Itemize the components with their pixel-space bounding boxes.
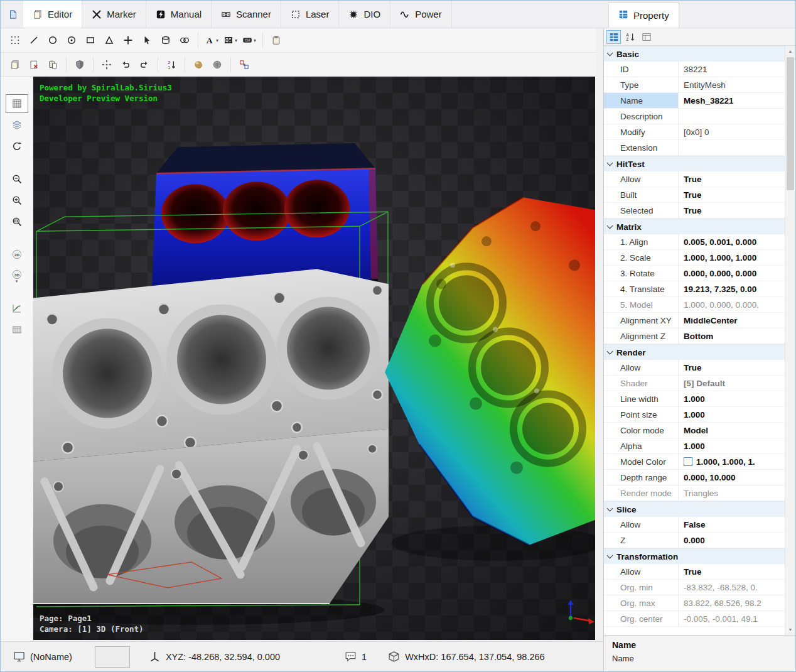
property-value-cell[interactable]: 0.000	[678, 533, 785, 548]
property-row-description[interactable]: Description	[604, 109, 785, 124]
scroll-up-arrow[interactable]: ▲	[785, 49, 795, 53]
copy-entity-button[interactable]	[6, 55, 24, 74]
alphabetical-sort-button[interactable]: AZ	[623, 30, 637, 44]
property-row-name[interactable]: NameMesh_38221	[604, 93, 785, 109]
redo-button[interactable]	[135, 55, 154, 74]
property-value-cell[interactable]: 1.000	[678, 407, 785, 422]
property-value-cell[interactable]: False	[678, 517, 785, 532]
property-category-transformation[interactable]: Transformation	[604, 548, 785, 564]
property-value-cell[interactable]: EntityMesh	[678, 77, 785, 92]
tab-power[interactable]: Power	[390, 1, 452, 28]
categorized-view-button[interactable]	[606, 30, 621, 44]
property-row-4-translate[interactable]: 4. Translate19.213, 7.325, 0.00	[604, 281, 785, 297]
property-row-org-min[interactable]: Org. min-83.832, -68.528, 0.	[604, 580, 785, 595]
slice-view-button[interactable]	[6, 320, 28, 339]
rotate-view-button[interactable]	[6, 137, 28, 156]
property-value-cell[interactable]: 1.000	[678, 391, 785, 406]
zoom-window-button[interactable]	[6, 212, 28, 231]
property-value-cell[interactable]	[678, 140, 785, 155]
scroll-down-arrow[interactable]: ▼	[785, 627, 795, 632]
property-category-matrix[interactable]: Matrix	[604, 219, 785, 234]
stamp-tool[interactable]: ▾	[221, 31, 240, 50]
property-row-type[interactable]: TypeEntityMesh	[604, 77, 785, 93]
select-tool[interactable]	[6, 31, 24, 50]
property-value-cell[interactable]: 1.000, 1.000, 1.	[678, 454, 785, 469]
tab-laser[interactable]: Laser	[281, 1, 340, 28]
tab-marker[interactable]: Marker	[82, 1, 146, 28]
position-tool[interactable]	[119, 31, 137, 50]
property-value-cell[interactable]: 38221	[678, 62, 785, 77]
property-row-built[interactable]: BuiltTrue	[604, 187, 785, 203]
view-2d-button[interactable]: 2D	[6, 245, 28, 264]
property-value-cell[interactable]: Model	[678, 423, 785, 438]
property-row-allow[interactable]: AllowTrue	[604, 360, 785, 376]
property-row-z[interactable]: Z0.000	[604, 533, 785, 548]
render-sphere-button[interactable]	[189, 55, 208, 74]
property-row-alignment-z[interactable]: Alignment ZBottom	[604, 328, 785, 344]
property-category-slice[interactable]: Slice	[604, 501, 785, 517]
tab-scanner[interactable]: Scanner	[212, 1, 281, 28]
property-row-alpha[interactable]: Alpha1.000	[604, 438, 785, 454]
origin-move-button[interactable]	[97, 55, 116, 74]
property-value-cell[interactable]: True	[678, 187, 785, 202]
cylinder-tool[interactable]	[156, 31, 175, 50]
model-color-swatch[interactable]	[684, 457, 692, 466]
property-value-cell[interactable]: [5] Default	[678, 376, 785, 391]
property-category-basic[interactable]: Basic	[604, 46, 785, 62]
tab-dio[interactable]: DIO	[339, 1, 390, 28]
property-value-cell[interactable]	[678, 109, 785, 124]
property-value-cell[interactable]: Mesh_38221	[678, 93, 785, 108]
ring-tool[interactable]	[175, 31, 194, 50]
property-row-line-width[interactable]: Line width1.000	[604, 391, 785, 407]
circle-tool[interactable]	[43, 31, 62, 50]
property-value-cell[interactable]: True	[678, 203, 785, 218]
transform-link-button[interactable]	[235, 55, 254, 74]
property-row-allow[interactable]: AllowFalse	[604, 517, 785, 533]
property-row-org-max[interactable]: Org. max83.822, 68.526, 98.2	[604, 595, 785, 611]
property-row-selected[interactable]: SelectedTrue	[604, 203, 785, 219]
property-row-shader[interactable]: Shader[5] Default	[604, 376, 785, 391]
property-row-2-scale[interactable]: 2. Scale1.000, 1.000, 1.000	[604, 250, 785, 266]
property-value-cell[interactable]: True	[678, 171, 785, 187]
control-tool[interactable]: Ctrl▾	[240, 31, 259, 50]
zoom-out-button[interactable]	[6, 170, 28, 188]
property-value-cell[interactable]: True	[678, 360, 785, 375]
property-row-alignment-xy[interactable]: Alignment XYMiddleCenter	[604, 313, 785, 328]
property-value-cell[interactable]: 83.822, 68.526, 98.2	[678, 595, 785, 610]
property-value-cell[interactable]: 0.005, 0.001, 0.000	[678, 234, 785, 249]
property-value-cell[interactable]: Triangles	[678, 485, 785, 501]
property-row-allow[interactable]: AllowTrue	[604, 564, 785, 580]
property-row-modify[interactable]: Modify[0x0] 0	[604, 124, 785, 140]
property-category-render[interactable]: Render	[604, 344, 785, 360]
property-value-cell[interactable]: 0.000, 0.000, 0.000	[678, 266, 785, 281]
text-tool[interactable]: A▾	[202, 31, 221, 50]
undo-button[interactable]	[116, 55, 135, 74]
property-row-org-center[interactable]: Org. center-0.005, -0.001, 49.1	[604, 611, 785, 627]
property-row-3-rotate[interactable]: 3. Rotate0.000, 0.000, 0.000	[604, 266, 785, 281]
property-row-depth-range[interactable]: Depth range0.000, 10.000	[604, 470, 785, 485]
pick-tool[interactable]	[137, 31, 156, 50]
profile-button[interactable]	[6, 299, 28, 318]
property-row-1-align[interactable]: 1. Align0.005, 0.001, 0.000	[604, 234, 785, 250]
zoom-in-button[interactable]	[6, 191, 28, 210]
property-pages-button[interactable]	[639, 30, 653, 44]
mesh-shade-button[interactable]	[6, 116, 28, 134]
property-value-cell[interactable]: 19.213, 7.325, 0.00	[678, 281, 785, 296]
property-value-cell[interactable]: True	[678, 564, 785, 579]
property-value-cell[interactable]: MiddleCenter	[678, 313, 785, 328]
property-value-cell[interactable]: -0.005, -0.001, 49.1	[678, 611, 785, 626]
property-row-allow[interactable]: AllowTrue	[604, 171, 785, 187]
rectangle-tool[interactable]	[81, 31, 100, 50]
point-circle-tool[interactable]	[62, 31, 81, 50]
delete-entity-button[interactable]	[24, 55, 43, 74]
triangle-tool[interactable]	[100, 31, 119, 50]
property-row-model-color[interactable]: Model Color1.000, 1.000, 1.	[604, 454, 785, 470]
property-category-hittest[interactable]: HitTest	[604, 156, 785, 171]
property-value-cell[interactable]: -83.832, -68.528, 0.	[678, 580, 785, 595]
view-3d-button[interactable]: 3D▾	[6, 266, 28, 285]
pen-color-swatch[interactable]	[95, 646, 130, 668]
property-value-cell[interactable]: 1.000	[678, 438, 785, 453]
viewport-3d[interactable]: Powered by SpiralLab.Sirius3 Developer P…	[33, 77, 595, 640]
line-tool[interactable]	[24, 31, 43, 50]
tab-editor[interactable]: Editor	[23, 1, 82, 28]
